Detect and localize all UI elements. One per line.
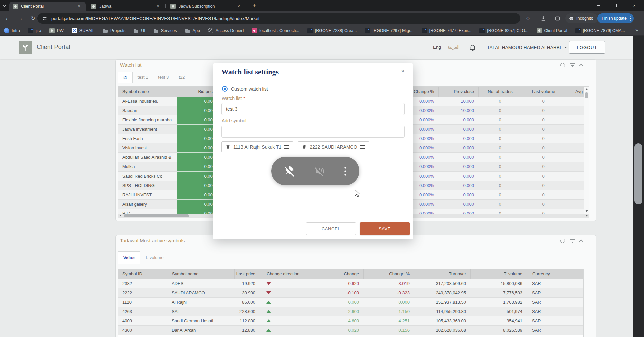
site-controls-icon[interactable]: [42, 16, 47, 21]
browser-tab-jadwa[interactable]: Jadwa ×: [88, 2, 164, 11]
col-symbol-name[interactable]: Symbol name: [118, 87, 177, 97]
bookmark-item[interactable]: App: [185, 28, 200, 33]
scroll-down-arrow[interactable]: [585, 210, 588, 212]
bookmark-item[interactable]: localhost : Connecti...: [252, 28, 299, 33]
watchlist-tab[interactable]: test 1: [133, 72, 153, 83]
bookmark-item[interactable]: [RGONE-8257] CLO...: [479, 28, 528, 33]
col-avg-price[interactable]: Avg price: [565, 87, 584, 97]
trash-icon[interactable]: [302, 144, 307, 149]
col-t-volume[interactable]: T. volume: [470, 269, 527, 279]
filter-icon[interactable]: [570, 239, 575, 243]
table-row[interactable]: 4263 SAL 228.600 2.600 1.150 114,955,290…: [118, 307, 583, 316]
bookmark-item[interactable]: SUHAIL: [72, 28, 95, 33]
scroll-left-arrow[interactable]: [120, 215, 121, 217]
language-english[interactable]: Eng: [433, 45, 441, 50]
save-button[interactable]: SAVE: [360, 222, 410, 235]
bookmark-star-icon[interactable]: ☆: [524, 15, 532, 22]
bookmark-item[interactable]: UI: [133, 28, 145, 33]
refresh-circle-icon[interactable]: [560, 239, 565, 243]
finish-update-button[interactable]: Finish update: [597, 13, 634, 23]
drag-handle-icon[interactable]: [360, 145, 365, 149]
refresh-circle-icon[interactable]: [560, 63, 565, 67]
col-last-volume[interactable]: Last volume: [522, 87, 565, 97]
address-bar[interactable]: portal.jadwa.com/IMOREGATEWAY/IMORECORE/…: [37, 13, 520, 24]
tab-close-icon[interactable]: ×: [76, 3, 82, 9]
kebab-menu-icon[interactable]: [343, 165, 347, 177]
bookmark-item[interactable]: [RGONE-7879] CMA...: [575, 28, 625, 33]
bookmark-item[interactable]: [RGONE-7677] Expir...: [422, 28, 471, 33]
side-panel-icon[interactable]: [554, 15, 561, 22]
filter-icon[interactable]: [570, 63, 575, 67]
forward-button[interactable]: →: [15, 11, 25, 26]
scrollbar-thumb[interactable]: [585, 92, 588, 98]
tab-close-icon[interactable]: ×: [236, 3, 242, 9]
pin-off-icon[interactable]: [283, 165, 295, 177]
table-row[interactable]: 4300 Dar Al Arkan 12.880 0.020 0.156 102…: [118, 326, 583, 335]
watchlist-tab[interactable]: t1: [118, 72, 133, 83]
vertical-scrollbar[interactable]: [584, 87, 589, 214]
table-row[interactable]: 2382 ADES 19.920 -0.620 -3.019 317,208,5…: [118, 279, 583, 288]
collapse-chevron-icon[interactable]: [579, 239, 583, 244]
bookmark-item[interactable]: [RGONE-7288] Crea...: [307, 28, 357, 33]
collapse-chevron-icon[interactable]: [579, 64, 583, 68]
watchlist-name-input[interactable]: [221, 103, 405, 115]
bookmarks-overflow-chevron[interactable]: »: [635, 27, 638, 33]
col-no-of-trades[interactable]: No. of trades: [478, 87, 522, 97]
back-button[interactable]: ←: [3, 11, 13, 26]
col-last-price[interactable]: Last price: [234, 269, 260, 279]
watchlist-tab[interactable]: test 3: [153, 72, 174, 83]
col-symbol-name[interactable]: Symbol name: [168, 269, 234, 279]
col-turnover[interactable]: Turnover: [414, 269, 470, 279]
bookmark-item[interactable]: [RGONE-7297] Migr...: [365, 28, 413, 33]
reload-button[interactable]: ↻: [28, 11, 38, 26]
cancel-button[interactable]: CANCEL: [306, 222, 356, 235]
scroll-right-arrow[interactable]: [586, 215, 588, 217]
window-restore-button[interactable]: [607, 0, 623, 11]
symbol-chip[interactable]: 1113 Al Rajhi Sukuk T1: [221, 141, 293, 152]
col-prev-close[interactable]: Prev close: [438, 87, 478, 97]
watchlist-tab[interactable]: t22: [174, 72, 190, 83]
scrollbar-thumb[interactable]: [634, 143, 642, 204]
new-tab-button[interactable]: +: [251, 2, 258, 9]
bookmark-item[interactable]: Client Portal: [537, 28, 567, 33]
bookmark-item[interactable]: Access Denied: [208, 28, 244, 33]
most-active-tab[interactable]: T. volume: [140, 251, 169, 264]
bookmark-item[interactable]: Services: [153, 28, 177, 33]
browser-tab-jadwa-subscription[interactable]: Jadwa Subscription ×: [167, 2, 245, 11]
table-row[interactable]: 1120 Al Rajhi 86.000 0.000 0.000 151,937…: [118, 298, 583, 307]
mute-icon[interactable]: [313, 165, 325, 177]
bookmark-item[interactable]: Intra: [4, 28, 20, 33]
col-change-direction[interactable]: Change direction: [260, 269, 338, 279]
most-active-tab[interactable]: Value: [118, 251, 140, 264]
page-scrollbar[interactable]: [633, 36, 644, 337]
notifications-bell-icon[interactable]: [469, 44, 476, 51]
table-row[interactable]: 4009 Saudi German Hosptl 112.800 4.600 4…: [118, 316, 583, 326]
window-minimize-button[interactable]: [591, 0, 606, 11]
table-row[interactable]: 2222 SAUDI ARAMCO 30.900 -0.100 -0.323 2…: [118, 288, 583, 298]
kebab-menu-icon[interactable]: [630, 18, 631, 19]
browser-tab-client-portal[interactable]: Client Portal ×: [9, 2, 86, 11]
bookmark-item[interactable]: PW: [49, 28, 64, 33]
col-change[interactable]: Change: [338, 269, 363, 279]
language-arabic[interactable]: العربية: [448, 45, 460, 50]
scrollbar-thumb[interactable]: [124, 214, 189, 217]
chevron-down-icon[interactable]: [3, 3, 6, 7]
logout-button[interactable]: LOGOUT: [569, 41, 605, 54]
close-icon[interactable]: ×: [398, 67, 407, 76]
user-menu[interactable]: TALAL HAMOUD HAMED ALHARBI: [487, 45, 567, 50]
col-change-pct[interactable]: Change %: [363, 269, 414, 279]
symbol-chip[interactable]: 2222 SAUDI ARAMCO: [298, 141, 369, 152]
tab-close-icon[interactable]: ×: [155, 3, 161, 9]
scroll-up-arrow[interactable]: [585, 88, 588, 90]
add-symbol-input[interactable]: [221, 126, 405, 138]
bookmark-item[interactable]: Projects: [103, 28, 125, 33]
col-symbol-id[interactable]: Symbol ID: [118, 269, 168, 279]
drag-handle-icon[interactable]: [284, 145, 289, 149]
col-currency[interactable]: Currency: [527, 269, 583, 279]
bookmark-item[interactable]: jira: [28, 28, 41, 33]
trash-icon[interactable]: [226, 144, 230, 149]
radio-selected-icon[interactable]: [222, 86, 228, 92]
custom-watchlist-radio[interactable]: Custom watch list: [222, 86, 268, 92]
downloads-icon[interactable]: [540, 15, 547, 22]
window-close-button[interactable]: ×: [627, 0, 642, 11]
